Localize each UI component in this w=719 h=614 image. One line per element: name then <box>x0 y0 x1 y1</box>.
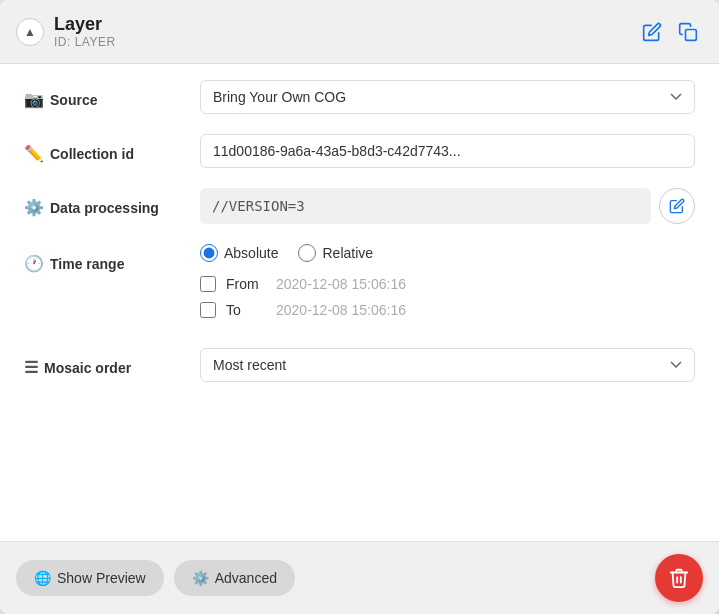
panel-header: ▲ Layer ID: LAYER <box>0 0 719 64</box>
to-checkbox[interactable] <box>200 302 216 318</box>
from-checkbox[interactable] <box>200 276 216 292</box>
from-date-value: 2020-12-08 15:06:16 <box>276 276 406 292</box>
data-processing-container: //VERSION=3 <box>200 188 695 224</box>
mosaic-order-label: ☰ Mosaic order <box>24 348 184 377</box>
svg-rect-0 <box>686 29 697 40</box>
advanced-label: Advanced <box>215 570 277 586</box>
edit-layer-button[interactable] <box>637 17 667 47</box>
relative-label: Relative <box>322 245 373 261</box>
absolute-radio[interactable] <box>200 244 218 262</box>
from-date-row: From 2020-12-08 15:06:16 <box>200 276 695 292</box>
from-label: From <box>226 276 266 292</box>
pencil-icon: ✏️ <box>24 144 44 163</box>
list-icon: ☰ <box>24 358 38 377</box>
camera-icon: 📷 <box>24 90 44 109</box>
mosaic-order-row: ☰ Mosaic order Most recent Least recent <box>24 348 695 382</box>
layer-panel: ▲ Layer ID: LAYER <box>0 0 719 614</box>
advanced-gear-icon: ⚙️ <box>192 570 209 586</box>
collection-id-label-text: Collection id <box>50 146 134 162</box>
panel-content: 📷 Source Bring Your Own COG Other ✏️ Col… <box>0 64 719 541</box>
to-date-row: To 2020-12-08 15:06:16 <box>200 302 695 318</box>
header-actions <box>637 17 703 47</box>
edit-icon <box>642 22 662 42</box>
data-processing-label: ⚙️ Data processing <box>24 188 184 217</box>
data-processing-edit-button[interactable] <box>659 188 695 224</box>
clock-icon: 🕐 <box>24 254 44 273</box>
collection-id-label: ✏️ Collection id <box>24 134 184 163</box>
source-label: 📷 Source <box>24 80 184 109</box>
source-row: 📷 Source Bring Your Own COG Other <box>24 80 695 114</box>
mosaic-order-label-text: Mosaic order <box>44 360 131 376</box>
title-group: Layer ID: LAYER <box>54 14 116 49</box>
panel-title: Layer <box>54 14 116 35</box>
time-range-label: 🕐 Time range <box>24 244 184 273</box>
time-range-control: Absolute Relative From 2020-12-08 15:06:… <box>200 244 695 328</box>
absolute-label: Absolute <box>224 245 278 261</box>
panel-subtitle: ID: LAYER <box>54 35 116 49</box>
data-processing-value: //VERSION=3 <box>200 188 651 224</box>
to-label: To <box>226 302 266 318</box>
data-processing-label-text: Data processing <box>50 200 159 216</box>
mosaic-order-dropdown[interactable]: Most recent Least recent <box>200 348 695 382</box>
delete-button[interactable] <box>655 554 703 602</box>
collection-id-row: ✏️ Collection id <box>24 134 695 168</box>
show-preview-label: Show Preview <box>57 570 146 586</box>
globe-icon: 🌐 <box>34 570 51 586</box>
header-left: ▲ Layer ID: LAYER <box>16 14 116 49</box>
trash-icon <box>668 567 690 589</box>
source-label-text: Source <box>50 92 97 108</box>
chevron-up-icon: ▲ <box>24 25 36 39</box>
relative-radio-option[interactable]: Relative <box>298 244 373 262</box>
footer-left-buttons: 🌐 Show Preview ⚙️ Advanced <box>16 560 295 596</box>
advanced-button[interactable]: ⚙️ Advanced <box>174 560 295 596</box>
time-range-options: Absolute Relative <box>200 244 695 262</box>
relative-radio[interactable] <box>298 244 316 262</box>
collapse-button[interactable]: ▲ <box>16 18 44 46</box>
source-control: Bring Your Own COG Other <box>200 80 695 114</box>
gear-icon: ⚙️ <box>24 198 44 217</box>
absolute-radio-option[interactable]: Absolute <box>200 244 278 262</box>
show-preview-button[interactable]: 🌐 Show Preview <box>16 560 164 596</box>
collection-id-control <box>200 134 695 168</box>
time-range-row: 🕐 Time range Absolute Relative From <box>24 244 695 328</box>
data-processing-row: ⚙️ Data processing //VERSION=3 <box>24 188 695 224</box>
data-processing-control: //VERSION=3 <box>200 188 695 224</box>
to-date-value: 2020-12-08 15:06:16 <box>276 302 406 318</box>
copy-icon <box>678 22 698 42</box>
panel-footer: 🌐 Show Preview ⚙️ Advanced <box>0 541 719 614</box>
edit-script-icon <box>669 198 685 214</box>
collection-id-input[interactable] <box>200 134 695 168</box>
source-dropdown[interactable]: Bring Your Own COG Other <box>200 80 695 114</box>
copy-layer-button[interactable] <box>673 17 703 47</box>
mosaic-order-control: Most recent Least recent <box>200 348 695 382</box>
time-range-label-text: Time range <box>50 256 124 272</box>
